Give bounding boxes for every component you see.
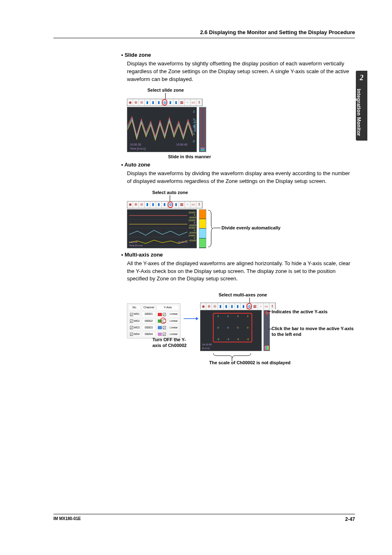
col-channel: Channel	[142, 305, 155, 310]
multiaxis-body: All the Y-axes of the displayed waveform…	[127, 260, 351, 283]
yaxis-checkbox[interactable]	[163, 319, 166, 323]
row-enable-checkbox[interactable]	[130, 313, 133, 316]
slide-zone-caption-top: Select slide zone	[137, 87, 194, 94]
multiaxis-caption-top: Select multi-axes zone	[206, 292, 280, 298]
slider-seg	[199, 219, 206, 229]
toolbar-zoom-in-icon[interactable]: ⊕	[133, 99, 139, 106]
toolbar-grid-icon[interactable]: ▦	[179, 201, 185, 208]
row-mode[interactable]: Linear	[168, 318, 179, 324]
toolbar-slide-zone-icon[interactable]: ▮	[235, 303, 241, 310]
x-axis: 6:00:00Time [h:m:s] 16:00:10	[129, 240, 187, 247]
y-axis-stack: 200000-20000 200000-20000 200000-20000 2…	[189, 211, 195, 242]
toolbar-stop-icon[interactable]: ◉	[127, 99, 133, 106]
yseg: 200000-20000	[189, 219, 195, 227]
toolbar-zone-edit-icon[interactable]: ▮	[145, 99, 150, 106]
toolbar-zoom-in-icon[interactable]: ⊕	[206, 303, 212, 310]
slide-zone-caption-bottom: Slide in this manner	[168, 154, 211, 160]
toolbar-auto-zone-icon[interactable]: ▮	[168, 99, 173, 106]
toolbar-next-icon[interactable]: ▭	[264, 303, 270, 310]
row-mode[interactable]: Linear	[168, 311, 179, 317]
xlabel: [h:m:s]	[202, 347, 210, 349]
toolbar-multiaxis-icon[interactable]: ◍	[247, 303, 252, 310]
xtick: 16:15:50	[202, 343, 212, 346]
auto-zone-slider[interactable]	[199, 209, 206, 248]
brace-icon	[207, 210, 213, 247]
toolbar-zoom-in-icon[interactable]: ⊕	[133, 201, 139, 208]
toolbar-zoom-out-icon[interactable]: ⊖	[212, 303, 218, 310]
slider-seg	[199, 238, 206, 248]
toolbar-pin-icon[interactable]: ⇕	[196, 201, 202, 208]
table-header-row: No. Channel Y-Axis	[128, 305, 179, 310]
svg-marker-1	[196, 317, 198, 320]
slide-range-outline	[201, 109, 205, 146]
table-row: W03 00003 Linear	[128, 325, 179, 331]
toolbar-zoom-out-icon[interactable]: ⊖	[139, 99, 145, 106]
toolbar-zone-edit-icon[interactable]: ▮	[145, 201, 150, 208]
toolbar-zone-full-icon[interactable]: ▮	[156, 201, 162, 208]
toolbar-prev-icon[interactable]: ◦	[185, 201, 191, 208]
slide-zone-plot: 2 1 0 -1 -2 [V] 00001 16:06:30Time [h:m:…	[127, 107, 197, 152]
multiaxis-plot: 20-2 20-2 20-2 20-2 16:15:50 [h:m:s]	[200, 310, 262, 351]
slider-bars[interactable]	[265, 346, 269, 350]
monitor-toolbar: ◉ ⊕ ⊖ ▮ ▮ ▮ ◍ ▮ ▮ ▦ ◦ ▭ ⇕	[127, 99, 203, 106]
y-axis-column: 20-2	[233, 314, 242, 341]
row-mode[interactable]: Linear	[168, 325, 179, 331]
auto-zone-body: Displays the waveforms by dividing the w…	[127, 170, 351, 185]
row-no: W03	[134, 326, 139, 329]
toolbar-zone-full-icon[interactable]: ▮	[229, 303, 235, 310]
yseg: 200000-20000	[189, 211, 195, 219]
toolbar-prev-icon[interactable]: ◦	[185, 99, 191, 106]
yaxis-checkbox[interactable]	[163, 333, 166, 336]
slide-handle[interactable]	[201, 148, 205, 151]
toolbar-slide-zone-icon[interactable]: ▮	[162, 201, 168, 208]
wave-row	[129, 220, 187, 228]
toolbar-zone-user-icon[interactable]: ▮	[150, 99, 156, 106]
toolbar-multiaxis-icon[interactable]: ▮	[173, 201, 179, 208]
ytick: -2	[192, 139, 195, 143]
display-setup-table: No. Channel Y-Axis W01 00001 Linear W02 …	[127, 303, 180, 338]
chapter-label: Integration Monitor	[356, 85, 362, 141]
yaxis-checkbox[interactable]	[163, 326, 166, 329]
xlabel: Time [h:m:s]	[130, 147, 145, 150]
xtick: 16:06:30	[130, 143, 141, 146]
toolbar-auto-zone-icon[interactable]: ◍	[168, 201, 173, 208]
toolbar-grid-icon[interactable]: ▦	[179, 99, 185, 106]
auto-zone-caption-right: Divide evenly automatically	[221, 225, 281, 231]
row-enable-checkbox[interactable]	[130, 319, 133, 323]
color-swatch	[158, 313, 162, 316]
row-enable-checkbox[interactable]	[130, 326, 133, 329]
yaxis-checkbox[interactable]	[163, 313, 166, 316]
toolbar-stop-icon[interactable]: ◉	[201, 303, 206, 310]
col-no: No.	[128, 305, 141, 310]
leader-line	[213, 228, 221, 228]
auto-zone-caption-top: Select auto zone	[143, 190, 197, 196]
multiaxis-slider[interactable]	[263, 310, 270, 351]
toolbar-zone-user-icon[interactable]: ▮	[150, 201, 156, 208]
yseg: 200000-20000	[189, 234, 195, 242]
pointer-line	[165, 93, 166, 99]
toolbar-slide-zone-icon[interactable]: ◍	[162, 99, 168, 106]
toolbar-stop-icon[interactable]: ◉	[127, 201, 133, 208]
toolbar-zoom-out-icon[interactable]: ⊖	[139, 201, 145, 208]
toolbar-grid-icon[interactable]: ▦	[252, 303, 258, 310]
toolbar-auto-zone-icon[interactable]: ▮	[241, 303, 247, 310]
toolbar-zone-user-icon[interactable]: ▮	[224, 303, 229, 310]
toolbar-prev-icon[interactable]: ◦	[258, 303, 264, 310]
slide-zone-body: Displays the waveforms by slightly offse…	[127, 60, 351, 83]
toolbar-zone-edit-icon[interactable]: ▮	[218, 303, 224, 310]
toolbar-next-icon[interactable]: ▭	[191, 99, 196, 106]
row-channel: 00002	[142, 318, 155, 324]
toolbar-zone-full-icon[interactable]: ▮	[156, 99, 162, 106]
toolbar-next-icon[interactable]: ▭	[191, 201, 196, 208]
multiaxis-figure: No. Channel Y-Axis W01 00001 Linear W02 …	[127, 287, 351, 373]
monitor-toolbar: ◉ ⊕ ⊖ ▮ ▮ ▮ ▮ ◍ ▮ ▦ ◦ ▭ ⇕	[127, 201, 203, 208]
toolbar-multiaxis-icon[interactable]: ▮	[173, 99, 179, 106]
auto-zone-heading: Auto zone	[121, 161, 351, 169]
row-enable-checkbox[interactable]	[130, 333, 133, 336]
multiaxis-caption-bottom: The scale of Ch00002 is not displayed	[209, 360, 291, 366]
auto-zone-figure: Select auto zone ◉ ⊕ ⊖ ▮ ▮ ▮ ▮ ◍ ▮ ▦ ◦ ▭…	[127, 190, 351, 251]
slide-zone-slider[interactable]	[199, 107, 206, 152]
toolbar-pin-icon[interactable]: ⇕	[196, 99, 202, 106]
multiaxis-caption-right-2: Click the bar to move the active Y-axis …	[272, 326, 358, 338]
row-mode[interactable]: Linear	[168, 331, 179, 337]
